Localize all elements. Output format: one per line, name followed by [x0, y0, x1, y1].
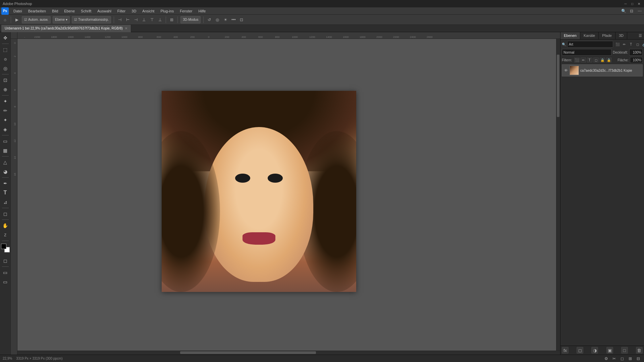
workspace-icon[interactable]: ⊟: [629, 8, 635, 14]
path-select-tool[interactable]: ⊿: [1, 198, 10, 206]
layers-search-input[interactable]: [567, 41, 613, 48]
foreground-color[interactable]: [1, 244, 6, 249]
tab-kanaele[interactable]: Kanäle: [580, 32, 599, 39]
layer-select-btn[interactable]: Ebene ▾: [53, 16, 70, 23]
more-icon[interactable]: ⋯: [637, 8, 643, 14]
dots-icon[interactable]: •••: [230, 17, 236, 23]
filter-more-icon[interactable]: 🔒: [606, 58, 611, 62]
crop-tool[interactable]: ⊡: [1, 76, 10, 84]
tab-close-button[interactable]: ✕: [125, 26, 127, 30]
menu-fenster[interactable]: Fenster: [177, 8, 195, 14]
brush-tool[interactable]: ✏: [1, 106, 10, 115]
layer-fx-button[interactable]: fx: [562, 347, 569, 354]
layer-filter-adj[interactable]: ✏: [621, 42, 627, 47]
new-layer-button[interactable]: □: [621, 347, 628, 354]
refresh-icon[interactable]: ↺: [206, 17, 212, 23]
tool-option-arrow[interactable]: ▶: [14, 17, 20, 23]
blur-tool[interactable]: △: [1, 158, 10, 167]
filter-shape-icon[interactable]: ◻: [593, 58, 599, 62]
extra-icon[interactable]: ⊡: [238, 17, 245, 23]
maximize-button[interactable]: □: [630, 1, 635, 6]
blend-mode-select[interactable]: Normal Multiplizieren Negativ Multiplizi…: [562, 49, 611, 56]
close-button[interactable]: ✕: [637, 1, 641, 6]
extra-tool[interactable]: ▭: [1, 278, 10, 286]
gradient-tool[interactable]: ▦: [1, 146, 10, 155]
auto-select-btn[interactable]: ☑ Autom. ausw.: [22, 16, 51, 23]
layer-filter-text[interactable]: T: [628, 42, 634, 47]
layer-mask-button[interactable]: ◻: [577, 347, 583, 354]
home-icon[interactable]: ⌂: [2, 17, 8, 23]
layer-filter-smart[interactable]: 🔗: [641, 42, 644, 47]
minimize-button[interactable]: ─: [623, 1, 628, 6]
opacity-input[interactable]: [629, 49, 643, 56]
tab-ebenen[interactable]: Ebenen: [560, 32, 580, 39]
menu-auswahl[interactable]: Auswahl: [95, 8, 114, 14]
menu-ebene[interactable]: Ebene: [61, 8, 77, 14]
menu-3d[interactable]: 3D: [129, 8, 139, 14]
zoom-tool[interactable]: Z: [1, 231, 10, 239]
transform-btn[interactable]: ☑ Transformationsstrp.: [72, 16, 111, 23]
quick-select-tool[interactable]: ◎: [1, 64, 10, 73]
layer-visibility-toggle[interactable]: 👁: [564, 68, 568, 73]
align-middle-icon[interactable]: ⊤: [149, 17, 155, 23]
status-icon5[interactable]: ⊟: [635, 356, 641, 362]
search-icon[interactable]: 🔍: [621, 8, 627, 14]
status-icon4[interactable]: ⊞: [627, 356, 633, 362]
status-icon1[interactable]: ⚙: [603, 356, 609, 362]
menu-filter[interactable]: Filter: [115, 8, 128, 14]
frame-tool[interactable]: ▭: [1, 268, 10, 277]
menu-hilfe[interactable]: Hilfe: [196, 8, 208, 14]
hand-tool[interactable]: ✋: [1, 221, 10, 230]
clone-tool[interactable]: ✦: [1, 116, 10, 124]
vertical-scrollbar[interactable]: [556, 39, 560, 351]
filter-smart-icon[interactable]: 🔒: [600, 58, 605, 62]
quick-mask-btn[interactable]: ◻: [1, 256, 10, 265]
menu-bild[interactable]: Bild: [49, 8, 61, 14]
light-icon[interactable]: ☀: [222, 17, 228, 23]
layer-filter-pixel[interactable]: ⬛: [614, 42, 621, 47]
menu-bearbeiten[interactable]: Bearbeiten: [25, 8, 49, 14]
align-top-icon[interactable]: ⊥: [141, 17, 147, 23]
layer-group-button[interactable]: ▣: [606, 347, 613, 354]
lasso-tool[interactable]: ⌾: [1, 55, 10, 63]
filter-pixel-icon[interactable]: ⬛: [574, 58, 580, 62]
tab-3d[interactable]: 3D: [615, 32, 627, 39]
menu-ansicht[interactable]: Ansicht: [140, 8, 157, 14]
delete-layer-button[interactable]: 🗑: [636, 347, 643, 354]
menu-schrift[interactable]: Schrift: [78, 8, 94, 14]
filter-adj-icon[interactable]: ✏: [581, 58, 586, 62]
panel-menu-icon[interactable]: ☰: [637, 32, 644, 39]
history-brush[interactable]: ◈: [1, 125, 10, 134]
eraser-tool[interactable]: ▭: [1, 137, 10, 145]
align-left-icon[interactable]: ⊣: [117, 17, 123, 23]
target-icon[interactable]: ◎: [214, 17, 220, 23]
layer-filter-shape[interactable]: ◻: [635, 42, 641, 47]
distribute-icon[interactable]: ⊞: [169, 17, 175, 23]
shape-tool[interactable]: ◻: [1, 209, 10, 218]
horizontal-scrollbar[interactable]: [17, 351, 560, 355]
vertical-scrollbar-thumb[interactable]: [557, 55, 559, 117]
mode-btn[interactable]: 3D-Modus: [180, 16, 201, 23]
horizontal-scrollbar-thumb[interactable]: [180, 351, 316, 354]
menu-datei[interactable]: Datei: [11, 8, 25, 14]
status-icon3[interactable]: ◻: [619, 356, 625, 362]
eyedropper-tool[interactable]: ⊕: [1, 85, 10, 94]
dodge-tool[interactable]: ◕: [1, 167, 10, 176]
pen-tool[interactable]: ✒: [1, 179, 10, 188]
align-center-icon[interactable]: ⊢: [125, 17, 131, 23]
fill-input[interactable]: [630, 57, 643, 63]
canvas-image[interactable]: [162, 91, 356, 292]
document-tab[interactable]: Unbenannt-1 bei 22,9% (ca7aedc30a2d3c90d…: [1, 25, 131, 32]
filter-text-icon[interactable]: T: [587, 58, 592, 62]
text-tool[interactable]: T: [1, 188, 10, 197]
tab-pfade[interactable]: Pfade: [599, 32, 615, 39]
move-tool[interactable]: ✥: [1, 34, 10, 42]
layer-row[interactable]: 👁 ca7aedc30a2d3c...f73db2b1 Kopie: [562, 64, 643, 76]
healing-tool[interactable]: ✦: [1, 97, 10, 106]
color-swatches[interactable]: [1, 244, 10, 252]
layer-adj-button[interactable]: ◑: [591, 347, 598, 354]
align-bottom-icon[interactable]: ⊥: [157, 17, 163, 23]
menu-plugins[interactable]: Plug-ins: [158, 8, 176, 14]
status-icon2[interactable]: ✂: [611, 356, 617, 362]
marquee-tool[interactable]: ⬚: [1, 45, 10, 54]
